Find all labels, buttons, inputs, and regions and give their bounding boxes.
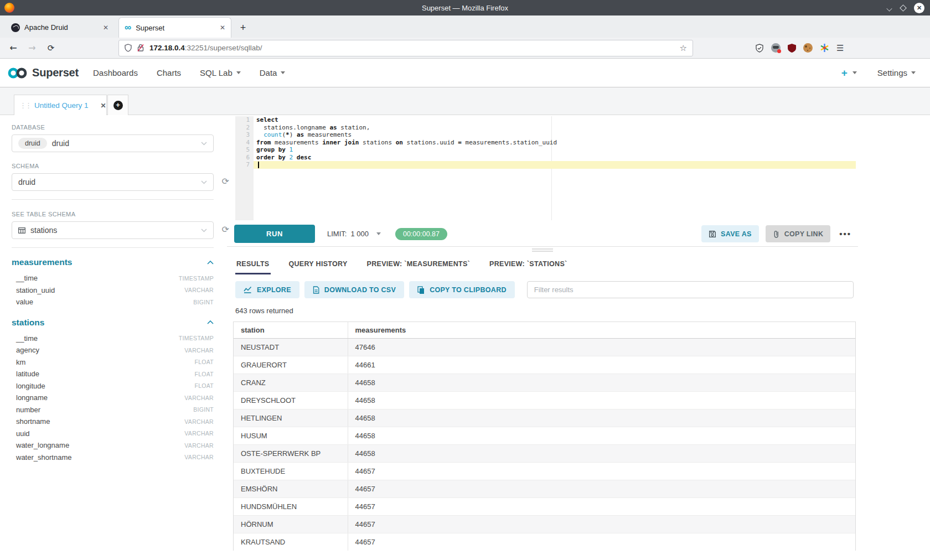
browser-window: Superset — Mozilla Firefox Apache Druid …	[0, 0, 930, 560]
colorful-asterisk-extension-icon[interactable]	[820, 43, 829, 53]
new-tab-button[interactable]	[235, 19, 251, 36]
nav-item-sql-lab[interactable]: SQL Lab	[200, 68, 241, 77]
extension-mask-icon[interactable]	[771, 43, 781, 53]
nav-item-label: Charts	[157, 68, 181, 77]
settings-menu[interactable]: Settings	[877, 68, 916, 77]
code-token: station,	[337, 124, 370, 131]
column-row: __timeTIMESTAMP	[12, 272, 214, 284]
results-tab-query-history[interactable]: QUERY HISTORY	[288, 255, 349, 274]
nav-item-charts[interactable]: Charts	[157, 68, 181, 77]
table-cell: 44658	[348, 392, 855, 409]
nav-item-label: Dashboards	[93, 68, 138, 77]
insecure-lock-icon[interactable]	[137, 44, 144, 52]
window-close-icon[interactable]	[914, 3, 924, 13]
add-new-button[interactable]: +	[841, 68, 848, 78]
browser-tab-label: Apache Druid	[24, 23, 68, 32]
browser-tab-apache-druid[interactable]: Apache Druid	[6, 17, 114, 38]
schema-select[interactable]: druid	[12, 173, 214, 191]
database-select[interactable]: druid druid	[12, 134, 214, 152]
results-tab-results[interactable]: RESULTS	[235, 255, 271, 274]
results-tab-preview-measurements[interactable]: PREVIEW: `MEASUREMENTS`	[366, 255, 472, 274]
table-row: HÖRNUM44657	[234, 516, 855, 533]
column-row: shortnameVARCHAR	[12, 416, 214, 428]
table-schema-select[interactable]: stations	[12, 221, 214, 239]
tab-close-icon[interactable]	[103, 24, 108, 32]
titlebar: Superset — Mozilla Firefox	[0, 0, 930, 15]
extension-shield-icon[interactable]	[755, 44, 764, 53]
nav-item-data[interactable]: Data	[260, 68, 286, 77]
code-token: stations	[359, 139, 395, 146]
column-row: uuidVARCHAR	[12, 428, 214, 440]
reload-button[interactable]	[45, 43, 56, 53]
column-name: water_longname	[16, 441, 69, 449]
druid-favicon-icon	[11, 23, 20, 32]
column-type: FLOAT	[194, 359, 214, 365]
code-token: order by	[256, 154, 286, 161]
table-cell: 44657	[348, 498, 855, 516]
column-row: longnameVARCHAR	[12, 392, 214, 404]
splitter-grip-icon[interactable]	[532, 248, 553, 253]
superset-logo[interactable]: Superset	[7, 66, 79, 80]
tracking-shield-icon[interactable]	[125, 44, 132, 52]
window-minimize-icon[interactable]	[887, 6, 892, 9]
copy-to-clipboard-button[interactable]: COPY TO CLIPBOARD	[409, 281, 515, 298]
table-cell: 44657	[348, 463, 855, 480]
table-heading-measurements[interactable]: measurements	[12, 257, 214, 267]
run-button[interactable]: RUN	[234, 225, 315, 243]
code-token: as	[297, 131, 304, 138]
chevron-down-icon	[201, 142, 207, 146]
results-tab-preview-stations[interactable]: PREVIEW: `STATIONS`	[488, 255, 568, 274]
table-cell: BUXTEHUDE	[234, 463, 348, 480]
hamburger-menu-icon[interactable]	[836, 43, 844, 53]
browser-tab-superset[interactable]: Superset	[118, 17, 231, 38]
limit-dropdown[interactable]: LIMIT: 1 000	[327, 230, 369, 238]
ublock-shield-icon[interactable]	[788, 44, 796, 53]
column-row: station_uuidVARCHAR	[12, 284, 214, 297]
code-token: select	[256, 116, 278, 123]
query-tabstrip: Untitled Query 1	[0, 87, 930, 115]
sql-editor[interactable]: 1234567 select stations.longname as stat…	[235, 116, 856, 220]
column-row: longitudeFLOAT	[12, 380, 214, 392]
explore-button[interactable]: EXPLORE	[235, 281, 299, 298]
column-type: BIGINT	[193, 406, 214, 413]
bookmark-star-icon[interactable]	[680, 43, 687, 53]
cookie-extension-icon[interactable]	[803, 43, 813, 53]
pane-splitter[interactable]	[227, 246, 858, 252]
column-type: FLOAT	[194, 371, 214, 377]
copy-to-clipboard-label: COPY TO CLIPBOARD	[430, 286, 507, 294]
column-name: km	[16, 358, 25, 366]
table-cell: 44657	[348, 516, 855, 533]
back-button[interactable]	[8, 43, 19, 53]
url-path: :32251/superset/sqllab/	[185, 44, 262, 52]
table-heading-stations[interactable]: stations	[12, 318, 214, 328]
drag-handle-icon[interactable]	[19, 102, 30, 109]
query-tab-untitled-query-1[interactable]: Untitled Query 1	[14, 95, 107, 116]
editor-code: select stations.longname as station, cou…	[254, 116, 856, 220]
filter-results-input[interactable]	[527, 281, 854, 298]
nav-item-dashboards[interactable]: Dashboards	[93, 68, 138, 77]
column-header-station[interactable]: station	[234, 322, 348, 339]
table-cell: 44657	[348, 480, 855, 498]
more-options-button[interactable]: •••	[839, 229, 851, 238]
new-query-tab-button[interactable]	[107, 95, 128, 116]
window-maximize-icon[interactable]	[900, 4, 907, 12]
copy-link-button[interactable]: COPY LINK	[766, 225, 831, 242]
save-as-button[interactable]: SAVE AS	[701, 225, 759, 242]
tab-close-icon[interactable]	[220, 24, 225, 32]
limit-value: 1 000	[350, 230, 369, 238]
column-row: kmFLOAT	[12, 356, 214, 369]
code-token: group by	[256, 146, 286, 153]
column-type: VARCHAR	[184, 430, 214, 437]
download-csv-button[interactable]: DOWNLOAD TO CSV	[304, 281, 404, 298]
code-token: count	[264, 131, 282, 138]
column-row: __timeTIMESTAMP	[12, 333, 214, 345]
code-token	[286, 146, 290, 153]
table-row: GRAUERORT44661	[234, 356, 855, 374]
query-tab-close-icon[interactable]	[101, 102, 106, 110]
code-line: group by 1	[254, 146, 856, 154]
table-row: KRAUTSAND44657	[234, 533, 855, 551]
url-bar[interactable]: 172.18.0.4:32251/superset/sqllab/	[118, 40, 693, 56]
chevron-down-icon[interactable]	[376, 232, 381, 235]
column-header-measurements[interactable]: measurements	[348, 322, 855, 339]
forward-button[interactable]	[27, 43, 38, 53]
